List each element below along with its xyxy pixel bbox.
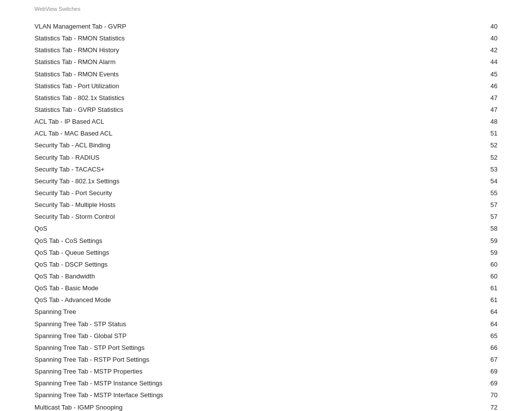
toc-row: QoS Tab - Advanced Mode61: [34, 294, 498, 306]
toc-entry-page: 42: [478, 45, 498, 55]
toc-entry-label: Security Tab - Storm Control: [34, 212, 478, 222]
toc-entry-label: Security Tab - TACACS+: [34, 165, 478, 174]
toc-row: Spanning Tree64: [34, 306, 498, 318]
toc-row: Security Tab - Multiple Hosts57: [34, 199, 498, 211]
toc-entry-page: 65: [478, 331, 498, 341]
toc-row: Security Tab - 802.1x Settings54: [34, 175, 498, 187]
toc-entry-page: 67: [478, 355, 498, 365]
toc-entry-label: QoS Tab - Basic Mode: [34, 283, 478, 293]
toc-entry-label: Statistics Tab - GVRP Statistics: [34, 105, 478, 115]
toc-entry-page: 70: [478, 390, 498, 400]
toc-entry-label: ACL Tab - MAC Based ACL: [34, 129, 478, 138]
toc-row: QoS Tab - CoS Settings59: [34, 235, 498, 247]
toc-entry-page: 55: [478, 188, 498, 198]
toc-entry-label: Spanning Tree Tab - Global STP: [34, 331, 478, 341]
toc-row: Security Tab - Port Security55: [34, 187, 498, 199]
toc-entry-label: Spanning Tree Tab - STP Port Settings: [34, 343, 478, 353]
toc-entry-page: 54: [478, 176, 498, 186]
toc-entry-label: QoS: [34, 224, 478, 234]
toc-row: Spanning Tree Tab - Global STP65: [34, 330, 498, 342]
toc-entry-page: 51: [478, 129, 498, 138]
toc-entry-label: ACL Tab - IP Based ACL: [34, 117, 478, 127]
toc-entry-page: 52: [478, 153, 498, 163]
toc-entry-page: 46: [478, 81, 498, 91]
toc-entry-label: Security Tab - 802.1x Settings: [34, 176, 478, 186]
toc-row: Spanning Tree Tab - STP Status64: [34, 318, 498, 330]
toc-entry-label: QoS Tab - Advanced Mode: [34, 295, 478, 305]
toc-entry-label: Security Tab - Port Security: [34, 188, 478, 198]
toc-entry-label: Spanning Tree Tab - STP Status: [34, 319, 478, 329]
toc-container: VLAN Management Tab - GVRP40Statistics T…: [0, 16, 532, 411]
page-header: WebView Switches: [0, 0, 532, 16]
toc-entry-label: QoS Tab - DSCP Settings: [34, 260, 478, 270]
toc-row: Security Tab - Storm Control57: [34, 211, 498, 223]
toc-row: Statistics Tab - RMON History42: [34, 44, 498, 56]
toc-row: QoS Tab - Basic Mode61: [34, 282, 498, 294]
toc-entry-page: 60: [478, 272, 498, 281]
toc-row: Statistics Tab - Port Utilization46: [34, 80, 498, 92]
toc-row: QoS Tab - Queue Settings59: [34, 247, 498, 259]
toc-entry-label: QoS Tab - CoS Settings: [34, 236, 478, 246]
toc-row: QoS Tab - Bandwidth60: [34, 271, 498, 282]
toc-entry-label: Spanning Tree Tab - MSTP Properties: [34, 367, 478, 377]
toc-row: Statistics Tab - RMON Alarm44: [34, 56, 498, 68]
toc-row: Security Tab - TACACS+53: [34, 164, 498, 175]
toc-entry-label: Statistics Tab - Port Utilization: [34, 81, 478, 91]
toc-entry-label: Statistics Tab - RMON Statistics: [34, 34, 478, 43]
toc-entry-page: 72: [478, 403, 498, 411]
toc-entry-label: Statistics Tab - RMON History: [34, 45, 478, 55]
toc-row: Spanning Tree Tab - RSTP Port Settings67: [34, 354, 498, 366]
toc-entry-label: Multicast Tab - IGMP Snooping: [34, 403, 478, 411]
toc-row: Spanning Tree Tab - STP Port Settings66: [34, 342, 498, 354]
toc-entry-page: 61: [478, 283, 498, 293]
toc-entry-label: Spanning Tree: [34, 307, 478, 317]
toc-row: Statistics Tab - GVRP Statistics47: [34, 104, 498, 116]
toc-entry-page: 61: [478, 295, 498, 305]
toc-entry-page: 59: [478, 236, 498, 246]
toc-entry-page: 69: [478, 378, 498, 388]
toc-entry-label: Statistics Tab - 802.1x Statistics: [34, 93, 478, 103]
toc-row: ACL Tab - IP Based ACL48: [34, 116, 498, 128]
toc-entry-page: 45: [478, 69, 498, 79]
toc-entry-page: 59: [478, 248, 498, 258]
toc-row: Spanning Tree Tab - MSTP Instance Settin…: [34, 377, 498, 389]
toc-row: Statistics Tab - RMON Statistics40: [34, 33, 498, 44]
toc-entry-page: 60: [478, 260, 498, 270]
toc-row: Spanning Tree Tab - MSTP Properties69: [34, 366, 498, 377]
toc-row: Spanning Tree Tab - MSTP Interface Setti…: [34, 389, 498, 401]
toc-entry-page: 69: [478, 367, 498, 377]
toc-row: Multicast Tab - IGMP Snooping72: [34, 402, 498, 411]
toc-entry-label: Spanning Tree Tab - MSTP Interface Setti…: [34, 390, 478, 400]
toc-entry-label: VLAN Management Tab - GVRP: [34, 22, 478, 32]
toc-row: Security Tab - ACL Binding52: [34, 139, 498, 151]
toc-row: QoS Tab - DSCP Settings60: [34, 259, 498, 271]
toc-entry-page: 57: [478, 212, 498, 222]
toc-entry-page: 40: [478, 22, 498, 32]
toc-entry-label: QoS Tab - Bandwidth: [34, 272, 478, 281]
toc-entry-page: 47: [478, 93, 498, 103]
toc-entry-label: Statistics Tab - RMON Events: [34, 69, 478, 79]
toc-entry-page: 66: [478, 343, 498, 353]
toc-row: VLAN Management Tab - GVRP40: [34, 21, 498, 33]
toc-entry-page: 52: [478, 140, 498, 150]
toc-entry-page: 40: [478, 34, 498, 43]
toc-entry-label: Security Tab - Multiple Hosts: [34, 200, 478, 210]
toc-entry-label: Statistics Tab - RMON Alarm: [34, 57, 478, 67]
toc-row: Statistics Tab - RMON Events45: [34, 68, 498, 80]
toc-entry-label: QoS Tab - Queue Settings: [34, 248, 478, 258]
toc-entry-page: 57: [478, 200, 498, 210]
toc-entry-page: 64: [478, 307, 498, 317]
toc-row: ACL Tab - MAC Based ACL51: [34, 128, 498, 139]
toc-entry-page: 44: [478, 57, 498, 67]
toc-entry-label: Security Tab - ACL Binding: [34, 140, 478, 150]
toc-row: Statistics Tab - 802.1x Statistics47: [34, 92, 498, 104]
toc-entry-page: 64: [478, 319, 498, 329]
toc-entry-page: 48: [478, 117, 498, 127]
toc-row: Security Tab - RADIUS52: [34, 152, 498, 164]
toc-entry-label: Spanning Tree Tab - RSTP Port Settings: [34, 355, 478, 365]
header-text: WebView Switches: [34, 6, 80, 12]
toc-entry-label: Security Tab - RADIUS: [34, 153, 478, 163]
toc-row: QoS58: [34, 223, 498, 235]
toc-entry-label: Spanning Tree Tab - MSTP Instance Settin…: [34, 378, 478, 388]
toc-entry-page: 58: [478, 224, 498, 234]
